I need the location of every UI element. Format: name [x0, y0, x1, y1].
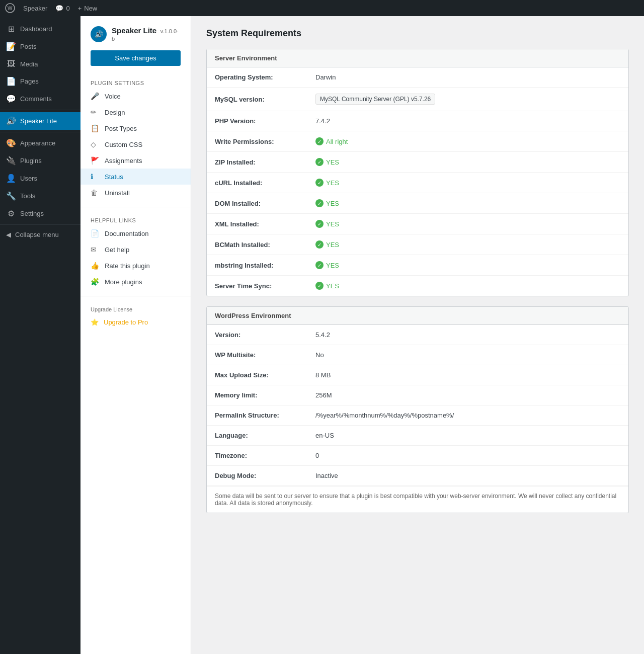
label-server-time-sync: Server Time Sync:	[215, 282, 315, 290]
value-write-permissions: All right	[315, 137, 348, 145]
main-layout: ⊞ Dashboard 📝 Posts 🖼 Media 📄 Pages 💬 Co…	[0, 16, 644, 654]
voice-icon: 🎤	[91, 92, 100, 100]
speaker-lite-icon: 🔊	[6, 116, 16, 126]
collapse-menu[interactable]: ◀ Collapse menu	[0, 227, 80, 242]
label-timezone: Timezone:	[215, 452, 315, 459]
menu-label-post-types: Post Types	[105, 125, 137, 132]
sidebar-item-settings[interactable]: ⚙ Settings	[0, 205, 80, 222]
label-debug-mode: Debug Mode:	[215, 472, 315, 479]
site-name[interactable]: Speaker	[23, 5, 47, 12]
value-max-upload: 8 MB	[315, 371, 331, 379]
rate-plugin-icon: 👍	[91, 262, 100, 270]
sidebar-label-plugins: Plugins	[20, 157, 42, 165]
wp-logo-item[interactable]: W	[5, 3, 15, 13]
menu-label-documentation: Documentation	[105, 230, 148, 237]
menu-item-design[interactable]: ✏ Design	[80, 104, 191, 120]
plugin-title-block: Speaker Lite v.1.0.0-b	[112, 26, 181, 42]
server-env-header: Server Environment	[207, 49, 628, 67]
custom-css-icon: ◇	[91, 140, 100, 148]
menu-item-uninstall[interactable]: 🗑 Uninstall	[80, 185, 191, 201]
label-write-permissions: Write Permissions:	[215, 138, 315, 145]
sidebar-item-dashboard[interactable]: ⊞ Dashboard	[0, 20, 80, 38]
menu-label-assignments: Assignments	[105, 157, 142, 165]
posts-icon: 📝	[6, 42, 16, 51]
settings-icon: ⚙	[6, 209, 16, 218]
menu-item-get-help[interactable]: ✉ Get help	[80, 241, 191, 258]
sidebar-label-pages: Pages	[20, 77, 39, 85]
new-item[interactable]: + New	[78, 5, 98, 12]
value-multisite: No	[315, 351, 324, 359]
sidebar-item-appearance[interactable]: 🎨 Appearance	[0, 134, 80, 152]
label-version: Version:	[215, 331, 315, 339]
menu-item-assignments[interactable]: 🚩 Assignments	[80, 152, 191, 169]
footer-note: Some data will be sent to our server to …	[207, 486, 628, 513]
collapse-label: Collapse menu	[15, 231, 59, 238]
sidebar-item-pages[interactable]: 📄 Pages	[0, 72, 80, 90]
pages-icon: 📄	[6, 76, 16, 86]
comments-item[interactable]: 💬 0	[55, 5, 69, 12]
sidebar-item-speaker-lite[interactable]: 🔊 Speaker Lite	[0, 112, 80, 130]
menu-label-rate-plugin: Rate this plugin	[105, 262, 150, 270]
sidebar-item-users[interactable]: 👤 Users	[0, 170, 80, 187]
menu-item-custom-css[interactable]: ◇ Custom CSS	[80, 136, 191, 152]
row-debug-mode: Debug Mode: Inactive	[207, 466, 628, 486]
value-memory-limit: 256M	[315, 391, 332, 399]
more-plugins-icon: 🧩	[91, 278, 100, 286]
menu-item-post-types[interactable]: 📋 Post Types	[80, 120, 191, 136]
menu-item-status[interactable]: ℹ Status	[80, 169, 191, 185]
plugin-logo: 🔊	[91, 26, 107, 42]
sidebar-label-settings: Settings	[20, 210, 44, 217]
row-zip: ZIP Installed: YES	[207, 152, 628, 173]
plugin-title: Speaker Lite v.1.0.0-b	[112, 26, 181, 42]
media-icon: 🖼	[6, 59, 16, 68]
value-zip: YES	[315, 158, 339, 166]
value-xml: YES	[315, 220, 339, 228]
design-icon: ✏	[91, 108, 100, 116]
row-os: Operating System: Darwin	[207, 67, 628, 88]
label-permalink: Permalink Structure:	[215, 412, 315, 419]
sidebar-item-media[interactable]: 🖼 Media	[0, 55, 80, 72]
sidebar-item-comments[interactable]: 💬 Comments	[0, 90, 80, 108]
value-timezone: 0	[315, 452, 319, 459]
menu-item-documentation[interactable]: 📄 Documentation	[80, 225, 191, 241]
appearance-icon: 🎨	[6, 138, 16, 148]
row-curl: cURL Installed: YES	[207, 173, 628, 193]
value-permalink: /%year%/%monthnum%/%day%/%postname%/	[315, 412, 454, 419]
value-os: Darwin	[315, 73, 336, 81]
value-curl: YES	[315, 179, 339, 187]
save-changes-button[interactable]: Save changes	[91, 50, 181, 66]
sidebar-item-plugins[interactable]: 🔌 Plugins	[0, 152, 80, 170]
helpful-links-label: Helpful links	[80, 213, 191, 225]
upgrade-label: Upgrade License	[80, 302, 191, 314]
row-dom: DOM Installed: YES	[207, 193, 628, 214]
sidebar-label-comments: Comments	[20, 95, 52, 103]
row-server-time-sync: Server Time Sync: YES	[207, 276, 628, 296]
row-version: Version: 5.4.2	[207, 325, 628, 345]
menu-item-rate-plugin[interactable]: 👍 Rate this plugin	[80, 258, 191, 274]
get-help-icon: ✉	[91, 246, 100, 254]
row-mysql: MySQL version: MySQL Community Server (G…	[207, 88, 628, 111]
label-xml: XML Installed:	[215, 220, 315, 228]
sidebar-label-posts: Posts	[20, 43, 37, 50]
row-timezone: Timezone: 0	[207, 446, 628, 466]
upgrade-to-pro-item[interactable]: ⭐ Upgrade to Pro	[80, 314, 191, 330]
label-language: Language:	[215, 432, 315, 439]
collapse-icon: ◀	[6, 231, 11, 238]
label-mbstring: mbstring Installed:	[215, 262, 315, 269]
menu-item-voice[interactable]: 🎤 Voice	[80, 88, 191, 104]
sidebar-item-tools[interactable]: 🔧 Tools	[0, 187, 80, 205]
sidebar-sep-3	[0, 224, 80, 225]
label-zip: ZIP Installed:	[215, 158, 315, 166]
label-mysql: MySQL version:	[215, 96, 315, 103]
sidebar-label-media: Media	[20, 60, 38, 68]
menu-label-design: Design	[105, 109, 125, 116]
status-icon: ℹ	[91, 173, 100, 181]
assignments-icon: 🚩	[91, 156, 100, 165]
row-language: Language: en-US	[207, 426, 628, 446]
sidebar-item-posts[interactable]: 📝 Posts	[0, 38, 80, 55]
plugin-sep-1	[80, 207, 191, 207]
sidebar-label-appearance: Appearance	[20, 139, 55, 147]
admin-bar: W Speaker 💬 0 + New	[0, 0, 644, 16]
tools-icon: 🔧	[6, 191, 16, 201]
menu-item-more-plugins[interactable]: 🧩 More plugins	[80, 274, 191, 290]
